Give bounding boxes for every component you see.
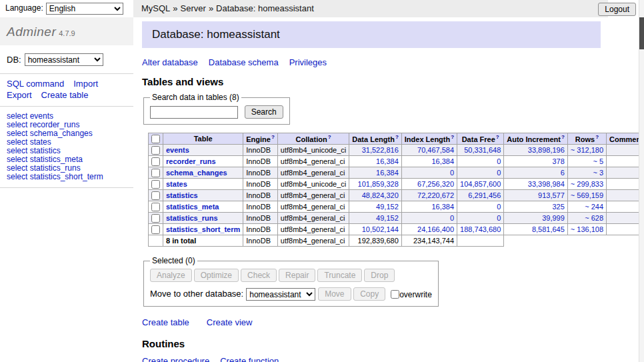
create-view-link[interactable]: Create view xyxy=(207,317,253,327)
auto-increment-link[interactable]: 378 xyxy=(553,157,565,165)
data-free-link[interactable]: 188,743,680 xyxy=(460,225,501,233)
overwrite-label[interactable]: overwrite xyxy=(399,290,432,299)
table-name-link[interactable]: schema_changes xyxy=(166,169,227,177)
alter-database-link[interactable]: Alter database xyxy=(142,57,198,67)
data-free-link[interactable]: 104,857,600 xyxy=(460,180,501,188)
auto-increment-link[interactable]: 913,577 xyxy=(538,191,565,199)
rows-link[interactable]: ~ 299,833 xyxy=(571,180,603,188)
scrollbar-thumb[interactable] xyxy=(639,17,644,49)
repair-button[interactable]: Repair xyxy=(279,269,315,282)
db-label: DB: xyxy=(7,55,21,65)
column-help-link[interactable]: ? xyxy=(328,134,331,140)
move-button[interactable]: Move xyxy=(318,287,351,301)
data-length-link[interactable]: 16,384 xyxy=(376,169,399,177)
column-help-link[interactable]: ? xyxy=(451,134,454,140)
table-name-link[interactable]: statistics_runs xyxy=(166,214,218,222)
selected-fieldset: Selected (0) AnalyzeOptimizeCheckRepairT… xyxy=(143,256,439,307)
sql-command-link[interactable]: SQL command xyxy=(7,79,64,89)
table-name-link[interactable]: states xyxy=(166,180,187,188)
data-length-cell: 16,384 xyxy=(349,156,401,167)
row-checkbox[interactable] xyxy=(151,157,160,166)
table-name-link[interactable]: recorder_runs xyxy=(166,157,216,165)
search-input[interactable] xyxy=(150,106,238,119)
row-checkbox[interactable] xyxy=(151,146,160,155)
auto-increment-link[interactable]: 6 xyxy=(561,169,565,177)
column-help-link[interactable]: ? xyxy=(271,134,275,140)
table-name-link[interactable]: statistics_short_term xyxy=(166,225,240,233)
rows-link[interactable]: ~ 3 xyxy=(593,169,604,177)
data-free-link[interactable]: 6,291,456 xyxy=(468,191,501,199)
drop-button[interactable]: Drop xyxy=(364,269,395,282)
data-free-link[interactable]: 0 xyxy=(497,203,501,211)
data-length-link[interactable]: 48,824,320 xyxy=(362,191,399,199)
table-name-link[interactable]: statistics xyxy=(166,191,198,199)
rows-link[interactable]: ~ 244 xyxy=(585,203,603,211)
column-help-link[interactable]: ? xyxy=(561,134,565,140)
index-length-link[interactable]: 67,256,320 xyxy=(417,180,454,188)
data-length-link[interactable]: 101,859,328 xyxy=(358,180,399,188)
data-free-link[interactable]: 0 xyxy=(497,157,501,165)
rows-link[interactable]: ~ 628 xyxy=(585,214,603,222)
breadcrumb-server-link[interactable]: Server xyxy=(181,3,206,13)
row-checkbox[interactable] xyxy=(151,225,160,234)
column-help-link[interactable]: ? xyxy=(395,134,399,140)
optimize-button[interactable]: Optimize xyxy=(194,269,239,282)
create-function-link[interactable]: Create function xyxy=(220,356,279,362)
index-length-link[interactable]: 0 xyxy=(450,214,454,222)
row-checkbox[interactable] xyxy=(151,203,160,211)
language-select[interactable]: English xyxy=(46,3,123,15)
privileges-link[interactable]: Privileges xyxy=(289,57,327,67)
copy-button[interactable]: Copy xyxy=(353,287,385,301)
overwrite-checkbox[interactable] xyxy=(391,290,399,299)
analyze-button[interactable]: Analyze xyxy=(150,269,192,282)
breadcrumb-mysql-link[interactable]: MySQL xyxy=(141,3,170,13)
rows-link[interactable]: ~ 312,180 xyxy=(571,146,603,154)
row-checkbox[interactable] xyxy=(151,180,160,189)
index-length-link[interactable]: 16,384 xyxy=(431,157,454,165)
data-length-link[interactable]: 49,152 xyxy=(376,203,399,211)
table-name-link[interactable]: events xyxy=(166,146,189,154)
data-length-cell: 16,384 xyxy=(349,167,401,179)
data-free-link[interactable]: 0 xyxy=(497,214,501,222)
select-all-checkbox[interactable] xyxy=(151,135,160,143)
row-checkbox[interactable] xyxy=(151,169,160,177)
auto-increment-link[interactable]: 33,398,984 xyxy=(528,180,565,188)
truncate-button[interactable]: Truncate xyxy=(317,269,362,282)
index-length-link[interactable]: 72,220,672 xyxy=(417,191,454,199)
move-db-select[interactable]: homeassistant xyxy=(246,288,315,301)
sidebar-select-link[interactable]: select statistics_short_term xyxy=(7,173,127,181)
data-length-link[interactable]: 49,152 xyxy=(376,214,399,222)
auto-increment-link[interactable]: 33,898,196 xyxy=(528,146,565,154)
import-link[interactable]: Import xyxy=(73,79,98,89)
row-checkbox[interactable] xyxy=(151,191,160,200)
create-table-link[interactable]: Create table xyxy=(142,317,189,327)
database-schema-link[interactable]: Database schema xyxy=(209,57,279,67)
data-free-link[interactable]: 50,331,648 xyxy=(464,146,501,154)
search-button[interactable]: Search xyxy=(245,105,283,119)
data-length-link[interactable]: 10,502,144 xyxy=(362,225,399,233)
data-length-link[interactable]: 16,384 xyxy=(376,157,399,165)
index-length-link[interactable]: 70,467,584 xyxy=(417,146,454,154)
logout-button[interactable]: Logout xyxy=(598,3,636,16)
export-link[interactable]: Export xyxy=(7,90,32,100)
rows-link[interactable]: ~ 136,108 xyxy=(571,225,603,233)
check-button[interactable]: Check xyxy=(241,269,277,282)
data-length-link[interactable]: 31,522,816 xyxy=(362,146,399,154)
table-name-link[interactable]: statistics_meta xyxy=(166,203,219,211)
create-procedure-link[interactable]: Create procedure xyxy=(142,356,209,362)
create-table-sidebar-link[interactable]: Create table xyxy=(41,90,89,100)
auto-increment-link[interactable]: 39,999 xyxy=(542,214,565,222)
index-length-link[interactable]: 0 xyxy=(450,169,454,177)
rows-link[interactable]: ~ 5 xyxy=(593,157,604,165)
auto-increment-link[interactable]: 8,581,645 xyxy=(532,225,565,233)
column-help-link[interactable]: ? xyxy=(595,134,599,140)
scrollbar[interactable] xyxy=(639,0,644,362)
row-checkbox[interactable] xyxy=(151,214,160,223)
db-select[interactable]: homeassistant xyxy=(25,53,103,66)
column-help-link[interactable]: ? xyxy=(496,134,499,140)
data-free-link[interactable]: 0 xyxy=(497,169,501,177)
auto-increment-link[interactable]: 325 xyxy=(553,203,565,211)
index-length-link[interactable]: 16,384 xyxy=(431,203,454,211)
rows-link[interactable]: ~ 569,159 xyxy=(571,191,603,199)
index-length-link[interactable]: 24,166,400 xyxy=(417,225,454,233)
